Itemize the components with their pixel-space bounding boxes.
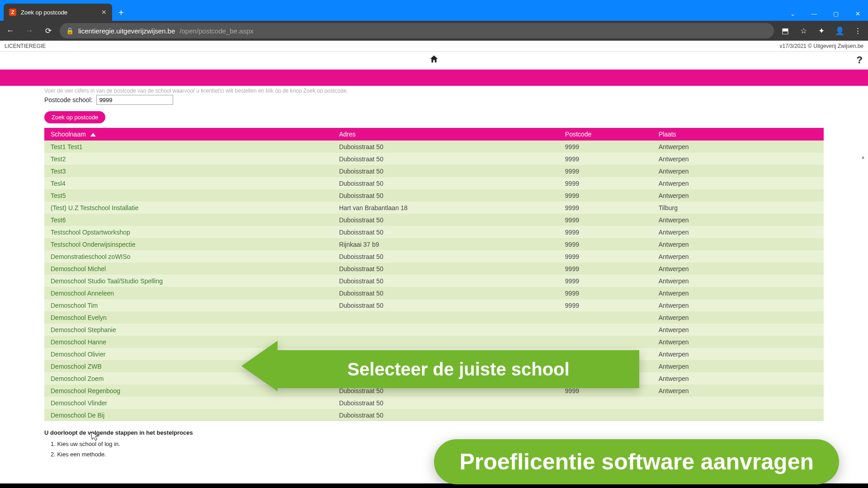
- cell-plaats: Antwerpen: [652, 214, 824, 226]
- cell-schoolnaam[interactable]: Test3: [44, 165, 333, 177]
- tab-close-icon[interactable]: ✕: [101, 9, 107, 16]
- window-maximize-button[interactable]: ▢: [826, 6, 846, 21]
- table-row[interactable]: Demoschool Studio Taal/Studio SpellingDu…: [44, 275, 824, 287]
- overlay-pill-banner: Proeflicentie software aanvragen: [434, 439, 839, 484]
- col-header-schoolnaam[interactable]: Schoolnaam: [44, 128, 333, 141]
- cell-schoolnaam[interactable]: Test1 Test1: [44, 141, 333, 153]
- bookmark-star-icon[interactable]: ☆: [796, 23, 811, 38]
- cell-schoolnaam[interactable]: Demoschool Stephanie: [44, 324, 333, 336]
- table-row[interactable]: Demoschool HanneAntwerpen: [44, 336, 824, 348]
- table-row[interactable]: Test6Duboisstraat 509999Antwerpen: [44, 214, 824, 226]
- table-row[interactable]: Test2Duboisstraat 509999Antwerpen: [44, 153, 824, 165]
- table-row[interactable]: (Test) U.Z Testschool InstallatieHart va…: [44, 202, 824, 214]
- cell-plaats: Antwerpen: [652, 238, 824, 250]
- table-row[interactable]: Demoschool MichelDuboisstraat 509999Antw…: [44, 263, 824, 275]
- cell-schoolnaam[interactable]: Tesl4: [44, 177, 333, 189]
- profile-icon[interactable]: 👤: [832, 23, 847, 38]
- cell-adres: Duboisstraat 50: [333, 263, 559, 275]
- cell-schoolnaam[interactable]: Demoschool Evelyn: [44, 311, 333, 324]
- cell-postcode: 9999: [559, 189, 652, 202]
- cell-schoolnaam[interactable]: Demoschool Studio Taal/Studio Spelling: [44, 275, 333, 287]
- table-row[interactable]: Demoschool De BijDuboisstraat 50: [44, 409, 824, 421]
- search-button[interactable]: Zoek op postcode: [44, 111, 105, 123]
- postcode-input[interactable]: [96, 95, 173, 105]
- table-row[interactable]: Demonstratieschool zoWISoDuboisstraat 50…: [44, 250, 824, 263]
- cell-adres: Duboisstraat 50: [333, 275, 559, 287]
- sort-asc-icon: [90, 133, 96, 136]
- tab-favicon: Z: [9, 9, 16, 16]
- menu-icon[interactable]: ⋮: [850, 23, 865, 38]
- main-content: Voer de vier cijfers in van de postcode …: [0, 86, 868, 483]
- cell-schoolnaam[interactable]: Testschool Onderwijsinspectie: [44, 238, 333, 250]
- window-close-button[interactable]: ✕: [847, 6, 868, 21]
- help-icon[interactable]: ?: [857, 54, 863, 66]
- forward-button[interactable]: →: [22, 23, 37, 38]
- cell-plaats: Antwerpen: [652, 299, 824, 311]
- table-row[interactable]: Test3Duboisstraat 509999Antwerpen: [44, 165, 824, 177]
- cell-postcode: 9999: [559, 165, 652, 177]
- steps-title: U doorloopt de volgende stappen in het b…: [44, 429, 824, 436]
- vertical-scrollbar[interactable]: ▴ ▾: [860, 154, 867, 488]
- cell-schoolnaam[interactable]: Test5: [44, 189, 333, 202]
- install-app-icon[interactable]: ⬒: [778, 23, 793, 38]
- cell-postcode: 9999: [559, 238, 652, 250]
- cell-schoolnaam[interactable]: Demoschool Vlinder: [44, 397, 333, 409]
- table-row[interactable]: Tesl4Duboisstraat 509999Antwerpen: [44, 177, 824, 189]
- address-bar[interactable]: 🔒 licentieregie.uitgeverijzwijsen.be/ope…: [60, 23, 774, 38]
- table-row[interactable]: Demoschool StephanieAntwerpen: [44, 324, 824, 336]
- cell-adres: Duboisstraat 50: [333, 397, 559, 409]
- cell-adres: [333, 324, 559, 336]
- reload-button[interactable]: ⟳: [41, 23, 56, 38]
- table-row[interactable]: Test5Duboisstraat 509999Antwerpen: [44, 189, 824, 202]
- table-row[interactable]: Demoschool VlinderDuboisstraat 50: [44, 397, 824, 409]
- cell-schoolnaam[interactable]: Demoschool Hanne: [44, 336, 333, 348]
- extensions-icon[interactable]: ✦: [814, 23, 829, 38]
- window-soft-button[interactable]: ⌄: [782, 6, 803, 21]
- back-button[interactable]: ←: [3, 23, 18, 38]
- app-title: LICENTIEREGIE: [5, 43, 46, 49]
- table-row[interactable]: Demoschool AnneleenDuboisstraat 509999An…: [44, 287, 824, 299]
- cell-schoolnaam[interactable]: Demonstratieschool zoWISo: [44, 250, 333, 263]
- table-row[interactable]: Testschool OnderwijsinspectieRijnkaai 37…: [44, 238, 824, 250]
- cell-schoolnaam[interactable]: Demoschool Tim: [44, 299, 333, 311]
- arrow-left-icon: [241, 341, 278, 391]
- cell-postcode: 9999: [559, 299, 652, 311]
- cell-schoolnaam[interactable]: Demoschool Michel: [44, 263, 333, 275]
- cell-plaats: Antwerpen: [652, 385, 824, 397]
- scroll-up-arrow-icon[interactable]: ▴: [860, 154, 866, 160]
- overlay-arrow-text: Selecteer de juiste school: [278, 350, 639, 388]
- cell-schoolnaam[interactable]: Demoschool Anneleen: [44, 287, 333, 299]
- url-domain: licentieregie.uitgeverijzwijsen.be: [78, 27, 175, 35]
- cell-plaats: Tilburg: [652, 202, 824, 214]
- cell-postcode: 9999: [559, 226, 652, 238]
- cell-plaats: Antwerpen: [652, 189, 824, 202]
- table-row[interactable]: Test1 Test1Duboisstraat 509999Antwerpen: [44, 141, 824, 153]
- cell-postcode: 9999: [559, 177, 652, 189]
- cell-postcode: 9999: [559, 263, 652, 275]
- cell-schoolnaam[interactable]: Demoschool De Bij: [44, 409, 333, 421]
- cell-schoolnaam[interactable]: (Test) U.Z Testschool Installatie: [44, 202, 333, 214]
- col-header-adres[interactable]: Adres: [333, 128, 559, 141]
- cell-plaats: Antwerpen: [652, 141, 824, 153]
- cell-plaats: Antwerpen: [652, 311, 824, 324]
- cell-postcode: 9999: [559, 141, 652, 153]
- cell-adres: Duboisstraat 50: [333, 287, 559, 299]
- window-minimize-button[interactable]: —: [804, 6, 825, 21]
- overlay-arrow-banner: Selecteer de juiste school: [241, 350, 639, 388]
- cell-schoolnaam[interactable]: Test2: [44, 153, 333, 165]
- new-tab-button[interactable]: +: [112, 8, 130, 21]
- cell-plaats: Antwerpen: [652, 177, 824, 189]
- table-row[interactable]: Demoschool TimDuboisstraat 509999Antwerp…: [44, 299, 824, 311]
- home-icon[interactable]: [429, 54, 439, 67]
- table-row[interactable]: Demoschool EvelynAntwerpen: [44, 311, 824, 324]
- table-row[interactable]: Testschool OpstartworkshopDuboisstraat 5…: [44, 226, 824, 238]
- cell-postcode: 9999: [559, 275, 652, 287]
- cell-adres: Duboisstraat 50: [333, 153, 559, 165]
- col-header-postcode[interactable]: Postcode: [559, 128, 652, 141]
- cell-plaats: Antwerpen: [652, 165, 824, 177]
- cell-schoolnaam[interactable]: Testschool Opstartworkshop: [44, 226, 333, 238]
- col-header-plaats[interactable]: Plaats: [652, 128, 824, 141]
- browser-tab[interactable]: Z Zoek op postcode ✕: [4, 4, 112, 21]
- cell-schoolnaam[interactable]: Test6: [44, 214, 333, 226]
- cell-postcode: 9999: [559, 153, 652, 165]
